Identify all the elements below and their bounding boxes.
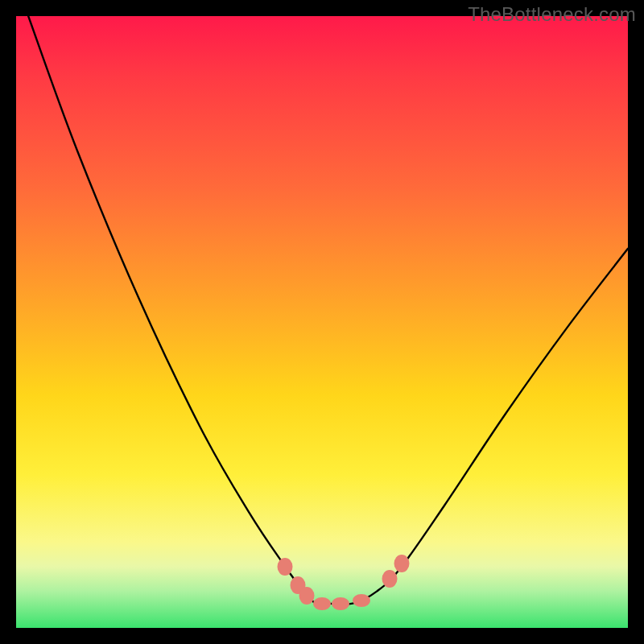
watermark-text: TheBottleneck.com	[468, 3, 636, 26]
data-marker	[313, 597, 331, 610]
plot-area	[16, 16, 628, 628]
data-marker	[278, 558, 293, 576]
data-marker	[299, 587, 315, 605]
data-marker	[382, 570, 397, 588]
line-curve	[16, 16, 628, 628]
data-marker	[353, 594, 370, 607]
chart-stage: TheBottleneck.com	[0, 0, 644, 644]
data-marker	[394, 555, 409, 572]
data-marker	[332, 597, 349, 610]
